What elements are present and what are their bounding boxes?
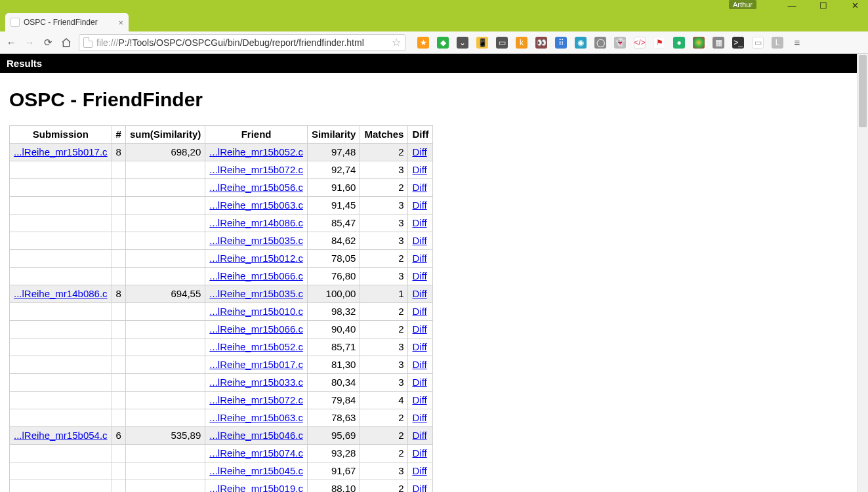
page-title: OSPC - FriendFinder [9, 89, 848, 111]
cell-similarity: 90,40 [307, 321, 360, 338]
extension-icon[interactable]: ◯ [594, 37, 606, 49]
cell-similarity: 97,48 [307, 144, 360, 161]
extension-icon[interactable]: >_ [732, 37, 744, 49]
friend-link[interactable]: ...lReihe_mr15b012.c [209, 253, 303, 264]
diff-link[interactable]: Diff [412, 164, 426, 175]
diff-link[interactable]: Diff [412, 430, 426, 441]
extension-icon[interactable]: </> [634, 37, 646, 49]
friend-link[interactable]: ...lReihe_mr14b086.c [209, 217, 303, 228]
diff-link[interactable]: Diff [412, 235, 426, 246]
extension-icon[interactable]: L [772, 37, 783, 49]
diff-link[interactable]: Diff [412, 483, 426, 492]
diff-link[interactable]: Diff [412, 288, 426, 299]
diff-link[interactable]: Diff [412, 465, 426, 476]
bookmark-star-icon[interactable]: ☆ [392, 36, 401, 49]
friend-link[interactable]: ...lReihe_mr15b072.c [209, 394, 303, 405]
extension-icon[interactable]: ◆ [437, 37, 449, 49]
extension-icon[interactable]: ⠿ [555, 37, 567, 49]
cell-count [112, 303, 125, 321]
diff-link[interactable]: Diff [412, 146, 426, 157]
diff-link[interactable]: Diff [412, 270, 426, 281]
cell-matches: 2 [360, 321, 408, 338]
cell-submission [10, 268, 112, 285]
reload-button[interactable]: ⟳ [42, 37, 54, 49]
friend-link[interactable]: ...lReihe_mr15b052.c [209, 341, 303, 352]
cell-count [112, 268, 125, 285]
diff-link[interactable]: Diff [412, 199, 426, 211]
friend-link[interactable]: ...lReihe_mr15b033.c [209, 377, 303, 388]
friend-link[interactable]: ...lReihe_mr15b066.c [209, 323, 303, 335]
friend-link[interactable]: ...lReihe_mr15b045.c [209, 465, 303, 476]
diff-link[interactable]: Diff [412, 217, 426, 228]
tab-close-icon[interactable]: × [118, 18, 123, 28]
page-info-icon[interactable] [83, 37, 93, 48]
friend-link[interactable]: ...lReihe_mr15b063.c [209, 199, 303, 211]
cell-friend: ...lReihe_mr15b056.c [205, 179, 308, 197]
cell-diff: Diff [408, 427, 433, 445]
forward-button[interactable]: → [24, 37, 35, 49]
friend-link[interactable]: ...lReihe_mr15b063.c [209, 412, 303, 423]
extension-icon[interactable]: ▭ [752, 37, 764, 49]
friend-link[interactable]: ...lReihe_mr15b019.c [209, 483, 303, 492]
cell-friend: ...lReihe_mr15b033.c [205, 374, 308, 392]
diff-link[interactable]: Diff [412, 377, 426, 388]
extension-icon[interactable]: ⌄ [457, 37, 468, 49]
submission-link[interactable]: ...lReihe_mr15b054.c [14, 430, 108, 441]
cell-count [112, 250, 125, 268]
cell-matches: 3 [360, 197, 408, 215]
vertical-scrollbar[interactable] [857, 54, 868, 492]
extension-icon[interactable]: ▭ [496, 37, 508, 49]
cell-sumsim [125, 409, 205, 427]
extension-icon[interactable]: ⚑ [653, 37, 665, 49]
extension-icon[interactable]: ★ [417, 37, 429, 49]
friend-link[interactable]: ...lReihe_mr15b056.c [209, 182, 303, 193]
table-row: ...lReihe_mr15b010.c98,322Diff [10, 303, 433, 321]
extension-icon[interactable] [693, 37, 705, 49]
friend-link[interactable]: ...lReihe_mr15b035.c [209, 288, 303, 299]
table-row: ...lReihe_mr15b052.c85,713Diff [10, 338, 433, 356]
friend-link[interactable]: ...lReihe_mr15b052.c [209, 146, 303, 157]
extension-icon[interactable]: ● [673, 37, 685, 49]
address-bar[interactable]: file:///P:/!Tools/OSPC/OSPCGui/bin/Debug… [79, 34, 405, 51]
diff-link[interactable]: Diff [412, 447, 426, 459]
diff-link[interactable]: Diff [412, 253, 426, 264]
submission-link[interactable]: ...lReihe_mr15b017.c [14, 146, 108, 157]
window-maximize-button[interactable]: ☐ [814, 0, 833, 12]
extension-icon[interactable]: 👻 [614, 37, 626, 49]
back-button[interactable]: ← [5, 37, 17, 49]
diff-link[interactable]: Diff [412, 412, 426, 423]
diff-link[interactable]: Diff [412, 323, 426, 335]
home-button[interactable] [60, 37, 72, 49]
diff-link[interactable]: Diff [412, 341, 426, 352]
cell-diff: Diff [408, 285, 433, 303]
browser-tab[interactable]: OSPC - FriendFinder × [5, 13, 129, 31]
diff-link[interactable]: Diff [412, 359, 426, 370]
cell-similarity: 93,28 [307, 445, 360, 462]
friend-link[interactable]: ...lReihe_mr15b035.c [209, 235, 303, 246]
table-row: ...lReihe_mr15b074.c93,282Diff [10, 445, 433, 462]
diff-link[interactable]: Diff [412, 306, 426, 317]
diff-link[interactable]: Diff [412, 394, 426, 405]
chrome-menu-button[interactable]: ≡ [791, 37, 803, 49]
cell-count [112, 232, 125, 250]
submission-link[interactable]: ...lReihe_mr14b086.c [14, 288, 108, 299]
extension-icon[interactable]: 📱 [476, 37, 488, 49]
extension-icon[interactable]: 👀 [535, 37, 547, 49]
friend-link[interactable]: ...lReihe_mr15b010.c [209, 306, 303, 317]
friend-link[interactable]: ...lReihe_mr15b046.c [209, 430, 303, 441]
diff-link[interactable]: Diff [412, 182, 426, 193]
cell-count [112, 161, 125, 179]
friend-link[interactable]: ...lReihe_mr15b072.c [209, 164, 303, 175]
friend-link[interactable]: ...lReihe_mr15b074.c [209, 447, 303, 459]
extension-icon[interactable]: k [516, 37, 527, 49]
scrollbar-thumb[interactable] [859, 55, 867, 127]
cell-matches: 1 [360, 285, 408, 303]
cell-diff: Diff [408, 338, 433, 356]
window-close-button[interactable]: ✕ [846, 0, 864, 12]
friend-link[interactable]: ...lReihe_mr15b066.c [209, 270, 303, 281]
friend-link[interactable]: ...lReihe_mr15b017.c [209, 359, 303, 370]
cell-similarity: 95,69 [307, 427, 360, 445]
extension-icon[interactable]: ▦ [713, 37, 724, 49]
extension-icon[interactable]: ◉ [575, 37, 587, 49]
window-minimize-button[interactable]: — [783, 0, 801, 12]
